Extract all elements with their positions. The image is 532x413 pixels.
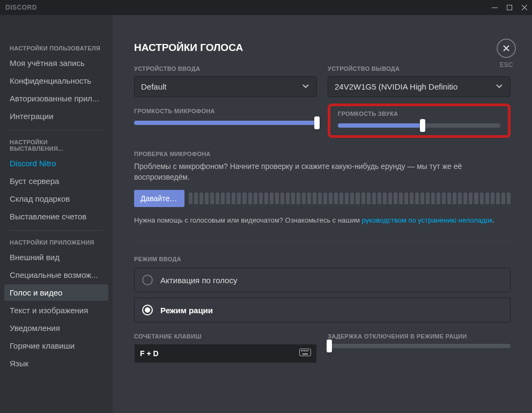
sidebar-item-apps[interactable]: Авторизованные прил...: [4, 90, 108, 107]
mic-bar: [485, 193, 489, 204]
output-volume-label: ГРОМКОСТЬ ЗВУКА: [338, 110, 500, 117]
sidebar-item-appearance[interactable]: Внешний вид: [4, 249, 108, 266]
sidebar-heading: НАСТРОЙКИ ПОЛЬЗОВАТЕЛЯ: [4, 42, 108, 55]
shortcut-input[interactable]: F + D: [134, 344, 317, 363]
input-device-select[interactable]: Default: [134, 76, 317, 97]
output-device-select[interactable]: 24V2W1G5 (NVIDIA High Definitio: [328, 76, 511, 97]
svg-rect-8: [302, 353, 308, 355]
sidebar-item-billing[interactable]: Выставление счетов: [4, 208, 108, 225]
mic-bar: [394, 193, 397, 204]
mic-test-description: Проблемы с микрофоном? Начните проверку …: [134, 161, 511, 182]
radio-icon: [142, 275, 153, 285]
mic-bar: [323, 193, 327, 204]
minimize-button[interactable]: [487, 2, 502, 13]
mic-bar: [350, 193, 354, 204]
mic-bar: [205, 193, 209, 204]
sidebar-item-boost[interactable]: Буст сервера: [4, 173, 108, 189]
ptt-delay-slider[interactable]: [328, 344, 511, 348]
output-volume-slider[interactable]: [338, 123, 500, 128]
mic-bar: [415, 193, 419, 204]
shortcut-value: F + D: [140, 349, 159, 358]
sidebar-item-account[interactable]: Моя учётная запись: [4, 55, 108, 71]
divider: [134, 240, 511, 241]
titlebar: DISCORD: [0, 0, 532, 15]
mic-bar: [286, 193, 290, 204]
mic-bar: [210, 193, 214, 204]
output-volume-highlight: ГРОМКОСТЬ ЗВУКА: [328, 104, 511, 138]
mic-test-button[interactable]: Давайте пр...: [134, 190, 184, 207]
mic-bar: [329, 193, 332, 204]
mic-bar: [264, 193, 268, 204]
keyboard-icon: [299, 349, 311, 358]
sidebar-heading: НАСТРОЙКИ ПРИЛОЖЕНИЯ: [4, 236, 108, 249]
mic-bar: [453, 193, 456, 204]
sidebar-item-notifications[interactable]: Уведомления: [4, 320, 108, 336]
mic-bar: [367, 193, 371, 204]
client-area: НАСТРОЙКИ ПОЛЬЗОВАТЕЛЯМоя учётная запись…: [0, 15, 532, 413]
maximize-button[interactable]: [502, 2, 517, 13]
mic-bar: [399, 193, 403, 204]
mic-bar: [248, 193, 252, 204]
mic-bar: [194, 193, 198, 204]
window-controls: [487, 2, 532, 13]
input-mode-label: РЕЖИМ ВВОДА: [134, 256, 511, 262]
radio-label: Активация по голосу: [160, 276, 237, 285]
radio-voice-activity[interactable]: Активация по голосу: [134, 268, 511, 292]
svg-rect-6: [306, 350, 307, 351]
sidebar-item-accessibility[interactable]: Специальные возмож...: [4, 267, 108, 283]
sidebar-item-keybinds[interactable]: Горячие клавиши: [4, 337, 108, 354]
mic-bar: [361, 193, 365, 204]
sidebar-item-text[interactable]: Текст и изображения: [4, 302, 108, 319]
mic-bar: [259, 193, 263, 204]
input-device-value: Default: [141, 82, 167, 91]
svg-rect-3: [301, 350, 302, 351]
mic-bar: [297, 193, 300, 204]
sidebar-item-privacy[interactable]: Конфиденциальность: [4, 72, 108, 89]
sidebar-item-connections[interactable]: Интеграции: [4, 108, 108, 124]
settings-sidebar: НАСТРОЙКИ ПОЛЬЗОВАТЕЛЯМоя учётная запись…: [0, 15, 113, 413]
mic-bar: [507, 193, 511, 204]
svg-rect-0: [492, 8, 498, 8]
mic-bar: [302, 193, 306, 204]
sidebar-item-language[interactable]: Язык: [4, 355, 108, 372]
mic-bar: [334, 193, 338, 204]
sidebar-separator: [10, 130, 103, 130]
page-title: НАСТРОЙКИ ГОЛОСА: [134, 42, 511, 54]
mic-bar: [480, 193, 484, 204]
sidebar-item-nitro[interactable]: Discord Nitro: [4, 155, 108, 172]
input-device-label: УСТРОЙСТВО ВВОДА: [134, 65, 317, 72]
mic-bar: [291, 193, 295, 204]
mic-bar: [388, 193, 392, 204]
mic-bar: [221, 193, 225, 204]
sidebar-item-voice[interactable]: Голос и видео: [4, 284, 108, 301]
mic-bar: [345, 193, 349, 204]
close-settings-button[interactable]: [497, 39, 516, 58]
mic-bar: [463, 193, 467, 204]
mic-bar: [237, 193, 241, 204]
radio-icon: [142, 305, 153, 315]
slider-thumb[interactable]: [314, 116, 320, 129]
mic-bar: [410, 193, 413, 204]
mic-bar: [226, 193, 230, 204]
mic-bar: [275, 193, 279, 204]
mic-bar: [254, 193, 257, 204]
app-name: DISCORD: [5, 4, 37, 11]
mic-bar: [270, 193, 274, 204]
mic-level-meter: [189, 193, 511, 204]
mic-bar: [447, 193, 451, 204]
sidebar-separator: [10, 230, 103, 231]
radio-push-to-talk[interactable]: Режим рации: [134, 298, 511, 322]
mic-bar: [339, 193, 343, 204]
slider-thumb[interactable]: [327, 340, 332, 352]
input-volume-slider[interactable]: [134, 121, 317, 125]
shortcut-label: СОЧЕТАНИЕ КЛАВИШ: [134, 333, 317, 340]
slider-thumb[interactable]: [420, 119, 425, 132]
troubleshooting-link[interactable]: руководством по устранению неполадок: [362, 216, 493, 224]
close-button[interactable]: [517, 2, 532, 13]
mic-bar: [431, 193, 435, 204]
app-window: DISCORD НАСТРОЙКИ ПОЛЬЗОВАТЕЛЯМоя учётна…: [0, 0, 532, 413]
svg-rect-2: [300, 349, 311, 356]
settings-content: ESC НАСТРОЙКИ ГОЛОСА УСТРОЙСТВО ВВОДА De…: [113, 15, 532, 413]
sidebar-item-gifts[interactable]: Склад подарков: [4, 190, 108, 207]
mic-bar: [378, 193, 381, 204]
